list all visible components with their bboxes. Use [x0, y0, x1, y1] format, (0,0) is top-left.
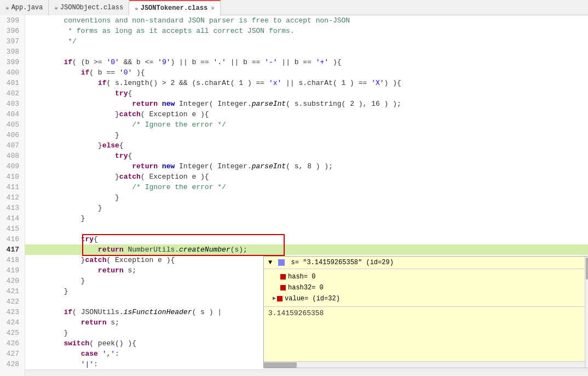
code-line: }else{: [25, 140, 588, 151]
line-number: 420: [0, 276, 21, 286]
line-number: 428: [0, 359, 21, 369]
line-number: 424: [0, 317, 21, 328]
debug-item-icon: [277, 296, 283, 301]
line-number: 406: [0, 130, 21, 140]
line-number: 403: [0, 99, 21, 109]
line-number: 423: [0, 307, 21, 317]
line-number: 399: [0, 15, 21, 26]
code-line: }: [25, 192, 588, 203]
popup-icon: [278, 259, 285, 266]
code-line: */: [25, 36, 588, 47]
line-number: 399: [0, 57, 21, 67]
code-line: conventions and non-standard JSON parser…: [25, 15, 588, 26]
line-number: 401: [0, 78, 21, 88]
line-number: 410: [0, 172, 21, 182]
code-line: if( (b >= '0' && b <= '9') || b == '.' |…: [25, 57, 588, 67]
debug-scrollbar-h[interactable]: [264, 361, 585, 368]
line-number: 427: [0, 349, 21, 359]
code-line: if( b == '0' ){: [25, 67, 588, 78]
debug-item-label: hash32= 0: [288, 282, 324, 293]
code-line: [25, 47, 588, 57]
debug-item-icon: [280, 285, 286, 290]
line-number: 413: [0, 203, 21, 213]
editor-area: 3993963973983994004014024034044054064074…: [0, 15, 588, 376]
horizontal-scrollbar[interactable]: [25, 369, 588, 376]
tab-app-java[interactable]: ☕ App.java: [0, 0, 49, 15]
code-line: return new Integer( Integer.parseInt( s.…: [25, 99, 588, 109]
line-number: 419: [0, 265, 21, 276]
line-number: 396: [0, 26, 21, 36]
code-line: }catch( Exception e ){: [25, 109, 588, 119]
code-line: /* Ignore the error */: [25, 119, 588, 130]
code-line: return new Integer( Integer.parseInt( s,…: [25, 161, 588, 172]
line-number: 412: [0, 192, 21, 203]
expand-arrow[interactable]: ▼: [268, 259, 272, 266]
debug-tree-item[interactable]: hash32= 0: [273, 282, 587, 293]
code-line: try{: [25, 234, 588, 244]
line-number: 416: [0, 234, 21, 244]
line-number: 426: [0, 338, 21, 349]
line-number: 400: [0, 67, 21, 78]
debug-scrollbar-v[interactable]: [585, 257, 588, 368]
line-number: 397: [0, 36, 21, 47]
code-line: * forms as long as it accepts all correc…: [25, 26, 588, 36]
java-icon: ☕: [5, 4, 9, 11]
code-content[interactable]: conventions and non-standard JSON parser…: [25, 15, 588, 376]
tab-label-2: JSONObject.class: [60, 4, 123, 12]
code-line: }catch( Exception e ){: [25, 172, 588, 182]
debug-tree-item[interactable]: hash= 0: [273, 271, 587, 282]
line-number: 425: [0, 328, 21, 338]
line-number: 415: [0, 224, 21, 234]
line-number: 409: [0, 161, 21, 172]
line-number: 414: [0, 213, 21, 224]
code-line: }: [25, 203, 588, 213]
debug-popup-body: hash= 0hash32= 0▶value= (id=32): [264, 269, 588, 306]
tab-close-button[interactable]: ✕: [211, 4, 215, 12]
tab-label: App.java: [11, 4, 43, 12]
code-line: }: [25, 130, 588, 140]
line-number: 407: [0, 140, 21, 151]
popup-title: s= "3.14159265358" (id=29): [291, 259, 394, 266]
line-number: 402: [0, 88, 21, 99]
code-line: if( s.length() > 2 && (s.charAt( 1 ) == …: [25, 78, 588, 88]
tab-bar: ☕ App.java ☕ JSONObject.class ☕ JSONToke…: [0, 0, 588, 15]
line-number: 404: [0, 109, 21, 119]
tab-jsontokener-class[interactable]: ☕ JSONTokener.class ✕: [129, 0, 221, 15]
code-line: [25, 224, 588, 234]
debug-item-icon: [280, 274, 286, 280]
line-number: 422: [0, 297, 21, 307]
debug-value-area: 3.14159265358: [264, 306, 588, 350]
code-line: ▶ return NumberUtils.createNumber(s);: [25, 244, 588, 255]
code-line: /* Ignore the error */: [25, 182, 588, 192]
code-line: try{: [25, 151, 588, 161]
code-line: try{: [25, 88, 588, 99]
java-icon-3: ☕: [135, 4, 139, 12]
line-number: 418: [0, 255, 21, 265]
tab-jsonobject-class[interactable]: ☕ JSONObject.class: [49, 0, 129, 15]
line-number: 421: [0, 286, 21, 297]
line-number: 405: [0, 119, 21, 130]
debug-value-text: 3.14159265358: [268, 309, 324, 317]
debug-item-label: value= (id=32): [285, 293, 340, 304]
tab-label-3: JSONTokener.class: [141, 4, 207, 12]
line-number: 408: [0, 151, 21, 161]
debug-popup-header: ▼ s= "3.14159265358" (id=29): [264, 257, 588, 269]
line-number: 411: [0, 182, 21, 192]
line-numbers: 3993963973983994004014024034044054064074…: [0, 15, 25, 376]
debug-item-label: hash= 0: [288, 271, 315, 282]
debug-popup[interactable]: ▼ s= "3.14159265358" (id=29) hash= 0hash…: [263, 256, 588, 368]
code-line: }: [25, 213, 588, 224]
debug-tree-item[interactable]: ▶value= (id=32): [273, 293, 587, 304]
line-number: 398: [0, 47, 21, 57]
expand-arrow-icon[interactable]: ▶: [273, 293, 276, 304]
java-icon-2: ☕: [54, 4, 58, 11]
line-number: 417: [0, 244, 21, 255]
